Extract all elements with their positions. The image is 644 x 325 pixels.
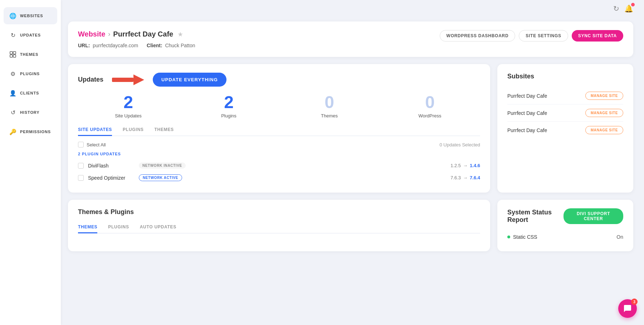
- diviflash-badge: Network Inactive: [139, 162, 186, 169]
- header-card: Website › Purrfect Day Cafe ★ URL: purrf…: [68, 21, 633, 57]
- static-css-value: On: [616, 234, 623, 240]
- site-settings-button[interactable]: Site Settings: [519, 30, 568, 42]
- updates-tab-bar: Site Updates Plugins Themes: [78, 124, 480, 136]
- tab-plugins[interactable]: Plugins: [123, 124, 143, 136]
- manage-site-button-3[interactable]: MANAGE SITE: [585, 126, 623, 134]
- select-all-checkbox[interactable]: [78, 142, 84, 147]
- client-value: Chuck Patton: [165, 43, 195, 48]
- permissions-icon: 🔑: [9, 128, 16, 135]
- select-all-text: Select All: [87, 142, 106, 147]
- sidebar-item-clients[interactable]: 👤 Clients: [4, 84, 57, 102]
- speed-optimizer-version: 7.6.3 → 7.6.4: [450, 175, 480, 180]
- sidebar-item-permissions[interactable]: 🔑 Permissions: [4, 123, 57, 140]
- status-row-static-css: Static CSS On: [507, 231, 623, 243]
- speed-optimizer-arrow: →: [463, 175, 468, 180]
- speed-optimizer-version-to: 7.6.4: [470, 175, 480, 180]
- diviflash-name: DiviFlash: [88, 163, 135, 169]
- sidebar-label-history: History: [20, 110, 39, 115]
- tab-themes-inner[interactable]: THEMES: [78, 222, 97, 233]
- wordpress-dashboard-button[interactable]: WordPress Dashboard: [440, 30, 516, 42]
- sidebar-label-plugins: Plugins: [20, 72, 40, 76]
- subsites-card: Subsites Purrfect Day Cafe MANAGE SITE P…: [497, 64, 633, 193]
- star-icon[interactable]: ★: [177, 30, 183, 38]
- url-meta: URL: purrfectdaycafe.com: [78, 43, 138, 48]
- stats-row: 2 Site Updates 2 Plugins 0 Themes 0 Word…: [78, 94, 480, 118]
- divi-support-center-button[interactable]: Divi Support Center: [564, 208, 623, 224]
- update-everything-button[interactable]: Update Everything: [153, 73, 226, 87]
- speed-optimizer-version-from: 7.6.3: [450, 175, 461, 180]
- bottom-row: Themes & Plugins THEMES PLUGINS AUTO UPD…: [68, 200, 633, 251]
- subsite-name-1: Purrfect Day Cafe: [507, 93, 547, 99]
- refresh-button[interactable]: ↻: [613, 4, 619, 13]
- manage-site-button-1[interactable]: MANAGE SITE: [585, 92, 623, 100]
- clients-icon: 👤: [9, 89, 16, 97]
- plugins-icon: ⚙: [9, 70, 16, 77]
- sidebar-item-plugins[interactable]: ⚙ Plugins: [4, 65, 57, 82]
- speed-optimizer-checkbox[interactable]: [78, 175, 84, 181]
- refresh-icon: ↻: [9, 31, 16, 39]
- client-meta: Client: Chuck Patton: [147, 43, 195, 48]
- chat-count: 3: [631, 299, 638, 305]
- themes-plugins-card: Themes & Plugins THEMES PLUGINS AUTO UPD…: [68, 200, 490, 251]
- stat-themes-label: Themes: [321, 113, 338, 118]
- tab-site-updates[interactable]: Site Updates: [78, 124, 112, 136]
- sidebar-label-websites: Websites: [20, 14, 43, 18]
- main-content: Website › Purrfect Day Cafe ★ URL: purrf…: [61, 0, 644, 262]
- header-actions: WordPress Dashboard Site Settings Sync S…: [440, 30, 623, 42]
- sidebar-item-history[interactable]: ↺ History: [4, 104, 57, 121]
- subsite-name-2: Purrfect Day Cafe: [507, 110, 547, 116]
- breadcrumb-site-label: Website: [78, 30, 105, 38]
- system-title: System Status Report: [507, 209, 564, 224]
- plugin-row-diviflash: DiviFlash Network Inactive 1.2.5 → 1.4.6: [78, 160, 480, 171]
- sidebar-item-websites[interactable]: 🌐 Websites: [4, 7, 57, 24]
- stat-plugins-number: 2: [224, 94, 234, 111]
- sync-site-data-button[interactable]: Sync Site Data: [572, 30, 623, 42]
- globe-icon: 🌐: [9, 12, 16, 19]
- tab-themes[interactable]: Themes: [155, 124, 174, 136]
- notification-button[interactable]: 🔔: [624, 4, 633, 13]
- static-css-name: Static CSS: [507, 234, 537, 240]
- breadcrumb-separator: ›: [108, 30, 110, 38]
- subsite-row-2: Purrfect Day Cafe MANAGE SITE: [507, 105, 623, 122]
- manage-site-button-2[interactable]: MANAGE SITE: [585, 109, 623, 117]
- sidebar-label-updates: Updates: [20, 33, 41, 37]
- sidebar-label-themes: Themes: [20, 52, 38, 57]
- arrow-wrapper: [112, 74, 144, 86]
- diviflash-arrow: →: [463, 163, 468, 168]
- svg-rect-1: [13, 52, 16, 54]
- url-label: URL:: [78, 43, 90, 48]
- stat-themes: 0 Themes: [279, 94, 380, 118]
- svg-rect-3: [13, 55, 16, 57]
- svg-rect-2: [10, 55, 13, 57]
- sidebar-item-updates[interactable]: ↻ Updates: [4, 26, 57, 44]
- subsite-row-3: Purrfect Day Cafe MANAGE SITE: [507, 122, 623, 139]
- sidebar-item-themes[interactable]: Themes: [4, 46, 57, 63]
- updates-count: 0 Updates Selected: [440, 142, 480, 147]
- stat-site-updates: 2 Site Updates: [78, 94, 179, 118]
- breadcrumb-site-name: Purrfect Day Cafe: [113, 30, 173, 38]
- content-row: Updates Update Everything 2 Site Updates: [68, 64, 633, 193]
- updates-title: Updates: [78, 76, 103, 83]
- themes-plugins-title: Themes & Plugins: [78, 208, 480, 216]
- plugin-row-speed-optimizer: Speed Optimizer Network Active 7.6.3 → 7…: [78, 171, 480, 184]
- history-icon: ↺: [9, 109, 16, 116]
- diviflash-version: 1.2.5 → 1.4.6: [450, 163, 480, 168]
- client-label: Client:: [147, 43, 162, 48]
- page-wrapper: Website › Purrfect Day Cafe ★ URL: purrf…: [61, 0, 644, 325]
- sidebar-label-permissions: Permissions: [20, 130, 51, 134]
- subsites-title: Subsites: [507, 73, 623, 80]
- tab-auto-updates[interactable]: AUTO UPDATES: [140, 222, 176, 233]
- url-value: purrfectdaycafe.com: [93, 43, 138, 48]
- stat-themes-number: 0: [325, 94, 334, 111]
- stat-wordpress-label: WordPress: [418, 113, 441, 118]
- svg-marker-5: [133, 74, 144, 85]
- system-header: System Status Report Divi Support Center: [507, 208, 623, 224]
- stat-wordpress: 0 WordPress: [380, 94, 480, 118]
- chat-bubble[interactable]: 3: [618, 299, 637, 318]
- sidebar-label-clients: Clients: [20, 91, 39, 95]
- header-meta: URL: purrfectdaycafe.com Client: Chuck P…: [78, 43, 623, 48]
- notification-badge: [631, 3, 635, 6]
- updates-header: Updates Update Everything: [78, 73, 480, 87]
- tab-plugins-inner[interactable]: PLUGINS: [108, 222, 129, 233]
- diviflash-checkbox[interactable]: [78, 163, 84, 169]
